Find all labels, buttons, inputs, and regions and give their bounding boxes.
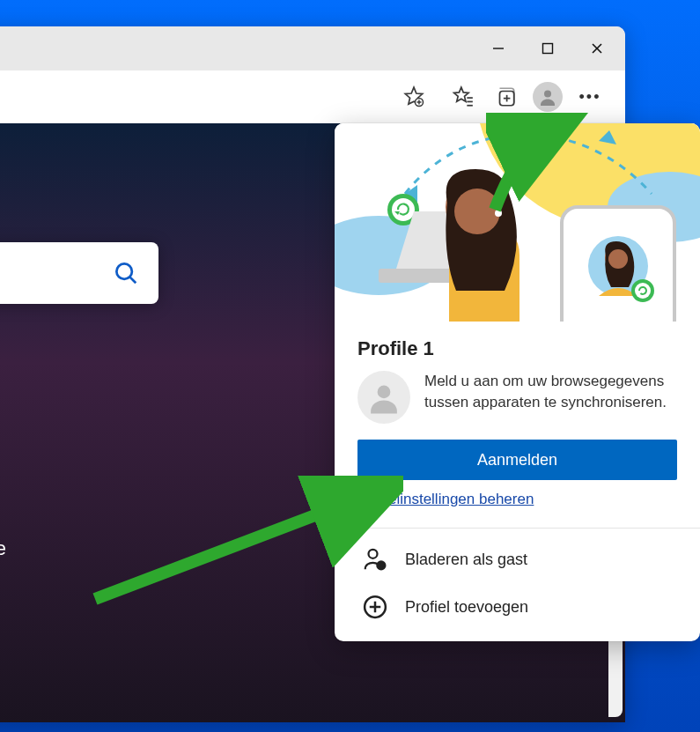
window-close-button[interactable] (572, 28, 622, 69)
svg-point-23 (392, 198, 415, 221)
feed-caption: lat deze was. (0, 533, 79, 595)
profile-title: Profile 1 (357, 337, 677, 360)
window-minimize-button[interactable] (474, 28, 523, 69)
browse-as-guest[interactable]: ? Bladeren als gast (357, 529, 677, 576)
add-profile[interactable]: Profiel toevoegen (357, 576, 677, 624)
svg-point-33 (608, 249, 628, 269)
profile-flyout: Profile 1 Meld u aan om uw browsegegeven… (335, 123, 700, 641)
svg-point-29 (495, 210, 502, 217)
plus-circle-icon (361, 594, 389, 620)
svg-point-14 (116, 263, 132, 279)
menu-button[interactable]: ••• (571, 78, 609, 116)
search-bar[interactable] (0, 242, 158, 304)
more-icon: ••• (579, 88, 601, 107)
favorite-add-icon[interactable] (394, 78, 433, 116)
browse-as-guest-label: Bladeren als gast (405, 551, 527, 569)
profile-avatar-large (357, 371, 410, 424)
svg-point-37 (369, 550, 378, 558)
profile-button[interactable] (528, 78, 567, 116)
profile-avatar-icon (533, 82, 563, 112)
svg-text:?: ? (379, 562, 383, 570)
signin-message: Meld u aan om uw browsegegevens tussen a… (424, 371, 677, 413)
collections-icon[interactable] (486, 78, 525, 116)
add-profile-label: Profiel toevoegen (405, 598, 528, 617)
svg-point-13 (544, 91, 551, 98)
sync-illustration (335, 123, 700, 322)
window-maximize-button[interactable] (523, 28, 572, 69)
svg-rect-1 (543, 44, 553, 54)
svg-point-36 (378, 386, 391, 399)
svg-point-28 (454, 189, 500, 234)
window-titlebar (0, 26, 625, 70)
manage-profile-link[interactable]: Profielinstellingen beheren (357, 491, 534, 507)
signin-button[interactable]: Aanmelden (357, 440, 677, 480)
svg-line-15 (129, 277, 136, 283)
search-icon (113, 260, 139, 286)
favorites-icon[interactable] (444, 78, 483, 116)
guest-icon: ? (361, 546, 389, 573)
browser-toolbar: ••• (0, 70, 625, 124)
svg-point-35 (635, 283, 651, 299)
address-bar[interactable] (0, 78, 440, 115)
